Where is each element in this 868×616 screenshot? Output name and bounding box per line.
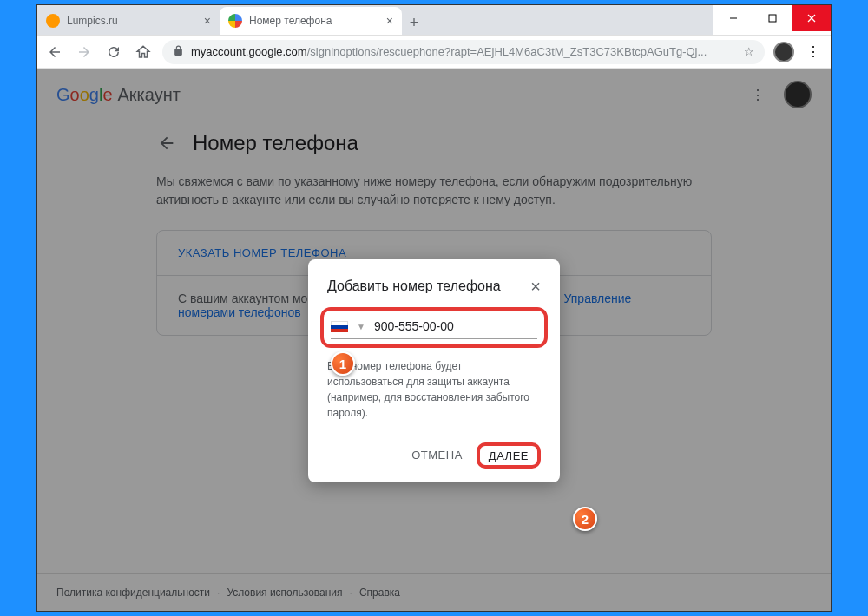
close-icon[interactable]: × — [204, 14, 211, 28]
window-controls — [713, 5, 831, 35]
dialog-title: Добавить номер телефона — [327, 277, 501, 296]
highlight-annotation: ДАЛЕЕ — [477, 442, 541, 469]
forward-button[interactable] — [74, 42, 95, 62]
tabs-area: Lumpics.ru × Номер телефона × + — [37, 5, 713, 35]
phone-input-row[interactable]: ▼ — [331, 316, 537, 339]
dialog-actions: ОТМЕНА ДАЛЕЕ — [327, 442, 541, 469]
star-icon[interactable]: ☆ — [744, 45, 754, 58]
minimize-button[interactable] — [713, 5, 753, 31]
close-icon[interactable]: × — [386, 14, 393, 28]
maximize-button[interactable] — [753, 5, 792, 31]
favicon-icon — [46, 14, 60, 28]
page-content: Google Аккаунт ⋮ Номер телефона Мы свяже… — [37, 69, 831, 611]
step-badge-1: 1 — [331, 351, 355, 376]
home-button[interactable] — [133, 42, 154, 62]
chevron-down-icon[interactable]: ▼ — [357, 322, 365, 331]
tab-phone[interactable]: Номер телефона × — [220, 7, 402, 35]
addressbar: myaccount.google.com/signinoptions/rescu… — [37, 36, 831, 69]
new-tab-button[interactable]: + — [402, 10, 426, 35]
svg-rect-1 — [769, 15, 776, 22]
favicon-icon — [228, 14, 242, 28]
tab-title: Номер телефона — [249, 15, 379, 27]
cancel-button[interactable]: ОТМЕНА — [403, 442, 471, 469]
close-button[interactable] — [792, 5, 831, 31]
dialog-close-icon[interactable]: × — [530, 277, 541, 297]
country-flag-icon[interactable] — [331, 321, 348, 332]
tab-title: Lumpics.ru — [67, 15, 197, 27]
url-field[interactable]: myaccount.google.com/signinoptions/rescu… — [162, 40, 765, 64]
browser-window: Lumpics.ru × Номер телефона × + myaccoun… — [36, 4, 832, 612]
browser-menu-button[interactable]: ⋮ — [803, 42, 824, 62]
profile-avatar[interactable] — [773, 42, 794, 62]
dialog-description: Ваш номер телефона будет использоваться … — [327, 358, 541, 421]
reload-button[interactable] — [103, 42, 124, 62]
lock-icon — [173, 45, 184, 59]
titlebar: Lumpics.ru × Номер телефона × + — [37, 5, 831, 36]
highlight-annotation: ▼ — [320, 307, 548, 348]
tab-lumpics[interactable]: Lumpics.ru × — [37, 7, 220, 35]
next-button[interactable]: ДАЛЕЕ — [485, 446, 532, 466]
back-button[interactable] — [44, 42, 65, 62]
phone-input[interactable] — [374, 319, 537, 333]
url-text: myaccount.google.com/signinoptions/rescu… — [191, 45, 737, 58]
step-badge-2: 2 — [573, 507, 597, 531]
